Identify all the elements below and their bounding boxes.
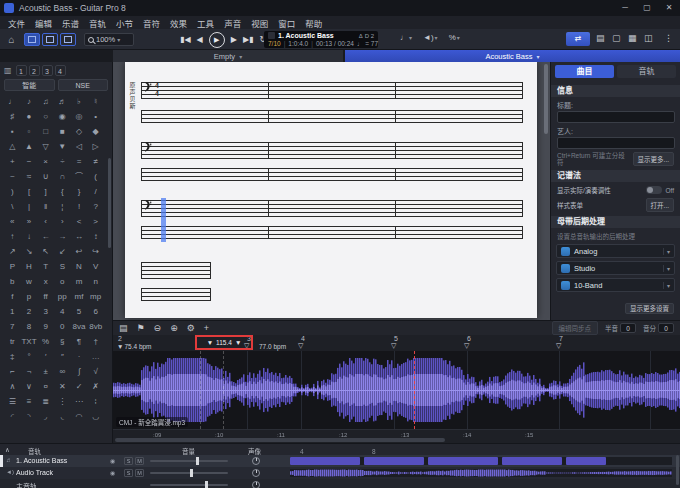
eye-icon[interactable]: ◉ (110, 469, 115, 476)
palette-icon[interactable]: P (4, 259, 21, 274)
note-duration-button[interactable]: ♩▾ (400, 33, 412, 42)
audio-waveform[interactable]: CMJ - 新全踏翼浸.mp3 (113, 351, 680, 429)
palette-icon[interactable]: 7 (4, 319, 21, 334)
solo-button[interactable]: S (124, 457, 133, 465)
metronome-icon[interactable]: Δ (359, 33, 363, 39)
palette-icon[interactable]: T (37, 259, 54, 274)
notation-toggle[interactable] (646, 186, 662, 194)
zoom-out-icon[interactable]: ⊖ (154, 322, 162, 335)
audio-ruler[interactable]: 234567 ▽ ▽ ▽ ▽ ▽ ▼ 75.4 bpm ▼ 115.4 ▼ 77… (113, 335, 680, 351)
palette-icon[interactable]: × (37, 154, 54, 169)
palette-icon[interactable]: √ (87, 364, 104, 379)
pan-knob[interactable] (252, 457, 260, 465)
palette-icon[interactable]: / (87, 184, 104, 199)
palette-icon[interactable]: ⋯ (71, 394, 88, 409)
palette-icon[interactable]: > (87, 214, 104, 229)
palette-icon[interactable]: V (87, 259, 104, 274)
palette-icon[interactable]: ✗ (87, 379, 104, 394)
palette-icon[interactable]: ] (37, 184, 54, 199)
view-page-button[interactable] (24, 33, 40, 46)
palette-icon[interactable]: ? (87, 199, 104, 214)
palette-icon[interactable]: − (21, 154, 38, 169)
palette-icon[interactable]: ∧ (4, 379, 21, 394)
palette-icon[interactable]: N (71, 259, 88, 274)
palette-icon[interactable]: ↔ (71, 229, 88, 244)
monitor-icon[interactable]: ▢ (612, 33, 621, 43)
palette-icon[interactable]: ♫ (37, 94, 54, 109)
step-forward-button[interactable]: ▶ (231, 35, 237, 44)
tempo-marker-left[interactable]: ▼ 75.4 bpm (117, 343, 152, 350)
palette-icon[interactable]: ◜ (4, 409, 21, 424)
menu-item[interactable]: 帮助 (300, 17, 327, 29)
palette-icon[interactable]: | (21, 199, 38, 214)
palette-icon[interactable]: x (37, 274, 54, 289)
palette-icon[interactable]: f (4, 289, 21, 304)
audio-time-ruler[interactable]: :09:10:11:12:13:14:15 (113, 429, 680, 443)
maximize-icon[interactable]: ▢ (636, 0, 658, 16)
palette-icon[interactable]: ↗ (4, 244, 21, 259)
track-row[interactable]: ♬ 1. Acoustic Bass ◉ S M (0, 455, 680, 467)
mastering-preset-row[interactable]: Analog ▾ (556, 244, 675, 258)
palette-icon[interactable]: ∩ (54, 169, 71, 184)
palette-icon[interactable]: ● (21, 109, 38, 124)
mastering-preset-row[interactable]: 10-Band ▾ (556, 278, 675, 292)
palette-icon[interactable]: ▷ (87, 139, 104, 154)
palette-icon[interactable]: ′ (37, 349, 54, 364)
palette-icon[interactable]: % (37, 334, 54, 349)
palette-icon[interactable]: ◟ (54, 409, 71, 424)
menu-item[interactable]: 文件 (3, 17, 30, 29)
tab-acoustic-bass[interactable]: Acoustic Bass ▾ (345, 50, 680, 62)
palette-icon[interactable]: ▼ (54, 139, 71, 154)
chevron-down-icon[interactable]: ▾ (663, 282, 670, 289)
palette-icon[interactable]: ♬ (54, 94, 71, 109)
countin-value[interactable]: D 2 (365, 33, 374, 39)
palette-icon[interactable]: ↖ (37, 244, 54, 259)
palette-mode-button[interactable]: NSE (58, 79, 109, 91)
palette-icon[interactable]: 8 (21, 319, 38, 334)
palette-icon[interactable]: ↑ (4, 229, 21, 244)
artist-input[interactable] (557, 137, 675, 149)
palette-icon[interactable]: \ (4, 199, 21, 214)
palette-icon[interactable]: ◆ (87, 124, 104, 139)
palette-icon[interactable]: ↘ (21, 244, 38, 259)
palette-icon[interactable]: 5 (71, 304, 88, 319)
semitone-stepper[interactable]: 半音 0 (605, 323, 636, 333)
show-more-button[interactable]: 显示更多... (633, 152, 674, 166)
pan-knob[interactable] (252, 481, 260, 488)
staff-system[interactable] (141, 200, 523, 217)
menu-item[interactable]: 视图 (246, 17, 273, 29)
chevron-down-icon[interactable]: ▾ (663, 265, 670, 272)
menu-item[interactable]: 工具 (192, 17, 219, 29)
palette-icon[interactable]: ÷ (54, 154, 71, 169)
palette-icon[interactable]: ⌐ (4, 364, 21, 379)
solo-button[interactable]: S (124, 469, 133, 477)
palette-icon[interactable]: 3 (37, 304, 54, 319)
chevron-down-icon[interactable]: ▾ (663, 248, 670, 255)
palette-icon[interactable]: H (21, 259, 38, 274)
collapse-icon[interactable]: ∧ (5, 446, 10, 454)
zoom-control[interactable]: 100% ▾ (84, 33, 134, 46)
voice-button[interactable]: 4 (55, 65, 66, 76)
palette-icon[interactable]: ‖ (37, 199, 54, 214)
palette-icon[interactable]: « (4, 214, 21, 229)
palette-icon[interactable]: ¶ (71, 334, 88, 349)
palette-icon[interactable]: ◁ (71, 139, 88, 154)
palette-icon[interactable]: ≡ (21, 394, 38, 409)
palette-icon[interactable]: ~ (4, 169, 21, 184)
staff-system[interactable] (141, 82, 523, 99)
palette-icon[interactable]: → (54, 229, 71, 244)
palette-icon[interactable]: mf (71, 289, 88, 304)
tab-staff[interactable] (141, 288, 211, 301)
palette-icon[interactable]: ‡ (4, 349, 21, 364)
mute-button[interactable]: M (135, 457, 144, 465)
pan-knob[interactable] (252, 469, 260, 477)
menu-item[interactable]: 音符 (138, 17, 165, 29)
palette-icon[interactable]: ! (71, 199, 88, 214)
palette-icon[interactable]: [ (21, 184, 38, 199)
palette-icon[interactable]: … (87, 349, 104, 364)
palette-icon[interactable]: ☰ (4, 394, 21, 409)
tab-staff[interactable] (141, 226, 523, 239)
more-settings-button[interactable]: 显示更多设置 (625, 303, 674, 314)
palette-icon[interactable]: ¬ (21, 364, 38, 379)
palette-icon[interactable]: ◠ (71, 409, 88, 424)
